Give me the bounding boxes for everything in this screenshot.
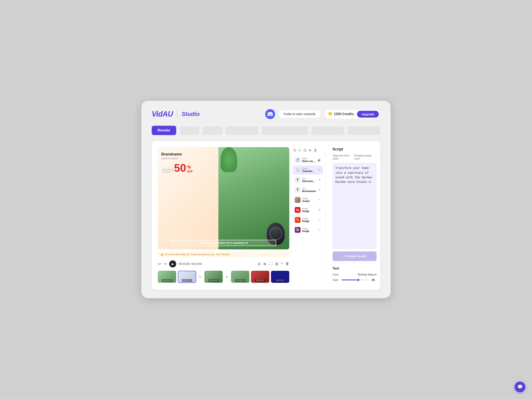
layer-bgm[interactable]: 🎵 BGM Refre shing S... 🔊 — [293, 155, 323, 165]
percent-off: % OFF — [187, 164, 193, 173]
video-right-img — [218, 147, 289, 249]
toolbar-tab-5[interactable] — [311, 126, 344, 135]
size-slider-track[interactable] — [342, 279, 369, 280]
render-button[interactable]: Render — [152, 126, 176, 135]
discount-display: GET 50 % OFF — [161, 163, 218, 173]
size-slider-thumb[interactable] — [357, 279, 360, 281]
layer-panel-toolbar: ⧉ ≡ ⊟ + 🗑 — [293, 147, 323, 155]
play-button[interactable]: ▶ — [169, 260, 176, 267]
size-value: 35 — [372, 278, 377, 282]
toolbar-tab-1[interactable] — [180, 126, 199, 135]
layer-avatar-name: Avatar — [302, 200, 317, 203]
layer-script-icon: 📋 — [295, 167, 300, 173]
credits-icon: 💛 — [328, 112, 332, 116]
layer-image-red-vis[interactable]: 👁 — [318, 218, 321, 222]
layer-script-name: Transform yo... — [302, 170, 317, 173]
layer-avatar-vis[interactable]: 👁 — [318, 198, 321, 202]
credits-area: 💛 1200 Credits Upgrade — [324, 109, 380, 119]
layer-script-info: Script Transform yo... — [302, 167, 317, 173]
layer-bgm-sound[interactable]: 🔊 — [317, 158, 321, 162]
zoom-in-button[interactable]: ⊕ — [263, 262, 266, 266]
layer-script-vis[interactable]: 👁 — [318, 168, 321, 172]
layer-image-purple[interactable]: 🎨 Image Image 👁 — [293, 225, 323, 234]
video-controls: ↩ ↪ ▶ 00:03.06 / 00:23.60 ⊖ ⊕ ⛶ ⊞ + — [158, 260, 289, 268]
layer-text-brandname-name: Brandname — [302, 190, 317, 193]
timeline-thumb-2[interactable]: 00:05.51 — [178, 271, 196, 283]
font-value: Techna Sans — [357, 273, 374, 276]
discord-button[interactable] — [265, 109, 275, 119]
add-scene-button[interactable]: + — [281, 262, 283, 266]
timeline-thumb-5[interactable]: 00:05.51 — [251, 271, 269, 283]
invite-button[interactable]: Invite to earn rewards — [279, 110, 321, 118]
timeline-thumb-3[interactable]: 00:06.53 — [204, 271, 223, 283]
layer-image-purple-name: Image — [302, 230, 317, 233]
delete-layer-icon[interactable]: 🗑 — [314, 148, 317, 152]
layer-image-purple-vis[interactable]: 👁 — [318, 228, 321, 232]
size-slider-fill — [342, 279, 358, 280]
timeline-thumb-4[interactable]: 00:06.50 — [231, 271, 249, 283]
logo-divider — [177, 110, 177, 118]
total-limit: Total text limit: 1500 — [332, 154, 354, 160]
script-panel: Script Total text limit: 1500 Residual i… — [329, 147, 377, 284]
layer-script[interactable]: 📋 Script Transform yo... 👁 — [293, 165, 323, 175]
layer-avatar-thumb — [295, 197, 300, 203]
layer-image-50-icon: 50 — [295, 207, 300, 213]
warning-icon: ⚠️ — [160, 253, 163, 256]
upgrade-button[interactable]: Upgrade — [357, 111, 379, 118]
layer-image-red-name: Image — [302, 220, 317, 222]
layer-image-purple-icon: 🎨 — [295, 227, 300, 233]
subtitle-bar: Transform your home into a sanctuary of — [171, 240, 276, 246]
align-layer-icon[interactable]: ≡ — [299, 148, 301, 152]
editor-area: Brandname Electronic product GET 50 % OF… — [158, 147, 374, 284]
delete-button[interactable]: 🗑 — [285, 262, 289, 266]
toolbar-tab-3[interactable] — [226, 126, 259, 135]
layer-text-brandname[interactable]: T Text Brandname 👁 — [293, 185, 323, 195]
speaker-ring — [270, 228, 282, 240]
layer-image-50-vis[interactable]: 👁 — [318, 208, 321, 212]
undo-button[interactable]: ↩ — [158, 262, 161, 266]
layer-text-brandname-vis[interactable]: 👁 — [318, 188, 321, 192]
grid-button[interactable]: ⊞ — [275, 262, 278, 266]
layer-image-red[interactable]: ✏️ Image Image 👁 — [293, 215, 323, 224]
layer-image-red-icon: ✏️ — [295, 217, 300, 223]
chat-fab[interactable]: 💬 — [514, 381, 525, 392]
add-layer-icon[interactable]: + — [309, 148, 311, 152]
layer-avatar[interactable]: Avatar Avatar 👁 — [293, 195, 323, 204]
zoom-out-button[interactable]: ⊖ — [258, 262, 261, 266]
thumb-time-4: 00:06.50 — [235, 279, 245, 282]
redo-button[interactable]: ↪ — [164, 262, 167, 266]
timeline-thumb-1[interactable]: 00:03.06 — [158, 271, 176, 283]
toolbar-tab-6[interactable] — [348, 126, 380, 135]
layer-bgm-icon: 🎵 — [295, 157, 300, 163]
play-icon: ▶ — [172, 262, 174, 266]
layer-image-50-name: Image — [302, 210, 317, 213]
font-dropdown[interactable]: Techna Sans ▾ — [357, 273, 377, 276]
timeline-thumb-6[interactable]: 00:02.00 — [271, 271, 289, 283]
layer-image-50-info: Image Image — [302, 207, 317, 213]
warning-bar: ⚠️ It's not the final video yet. To get … — [158, 252, 289, 257]
layer-text-electronic-info: Text Electronic pro... — [302, 177, 317, 183]
layer-image-50[interactable]: 50 Image Image 👁 — [293, 205, 323, 215]
header-right: Invite to earn rewards 💛 1200 Credits Up… — [265, 109, 380, 119]
logo: VidAU — [152, 110, 173, 119]
script-textarea[interactable]: Transform your home into a sanctuary of … — [332, 163, 377, 249]
chevron-down-icon: ▾ — [375, 273, 377, 276]
script-meta: Total text limit: 1500 Residual input: 1… — [332, 154, 377, 160]
script-title: Script — [332, 147, 377, 152]
copy-layer-icon[interactable]: ⧉ — [293, 148, 296, 152]
toolbar-tab-4[interactable] — [262, 126, 308, 135]
credits-count: 1200 Credits — [334, 112, 354, 116]
thumb-time-6: 00:02.00 — [275, 279, 285, 282]
layer-text-electronic-vis[interactable]: 👁 — [318, 178, 321, 182]
layer-image-purple-type: Image — [302, 227, 317, 230]
filter-layer-icon[interactable]: ⊟ — [304, 148, 306, 152]
layer-text-electronic[interactable]: T Text Electronic pro... 👁 — [293, 175, 323, 184]
time-display: 00:03.06 / 00:23.60 — [179, 262, 202, 265]
toolbar-tab-2[interactable] — [203, 126, 222, 135]
fit-button[interactable]: ⛶ — [269, 262, 273, 266]
render-audio-button[interactable]: ✦ Render Audio — [332, 252, 377, 261]
layer-image-red-info: Image Image — [302, 217, 317, 222]
layer-text-electronic-name: Electronic pro... — [302, 180, 317, 183]
layer-image-red-type: Image — [302, 217, 317, 220]
layer-image-50-type: Image — [302, 207, 317, 210]
